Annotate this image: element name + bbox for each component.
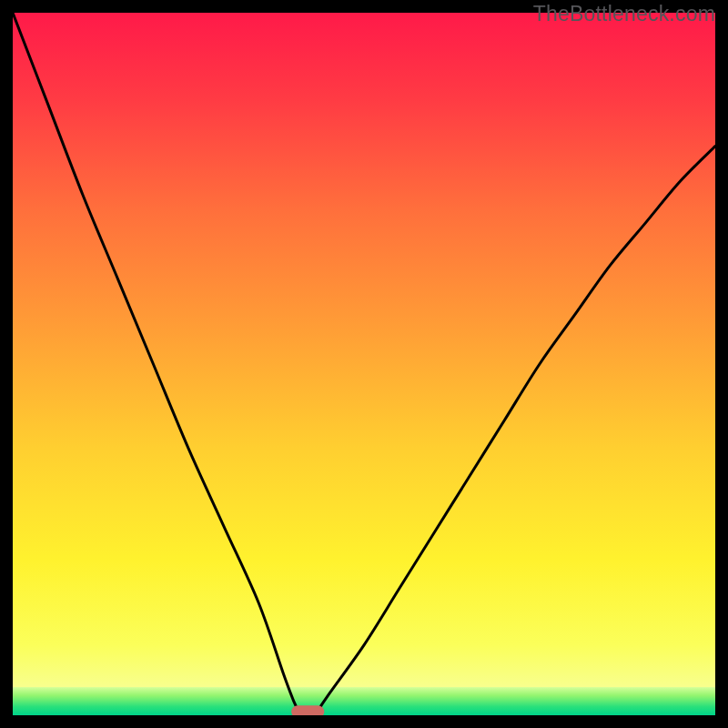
- watermark-text: TheBottleneck.com: [533, 2, 715, 26]
- green-baseline-strip: [13, 687, 715, 715]
- minimum-marker: [291, 705, 324, 715]
- chart-plot: [13, 13, 715, 715]
- gradient-background: [13, 13, 715, 715]
- chart-frame: [13, 13, 715, 715]
